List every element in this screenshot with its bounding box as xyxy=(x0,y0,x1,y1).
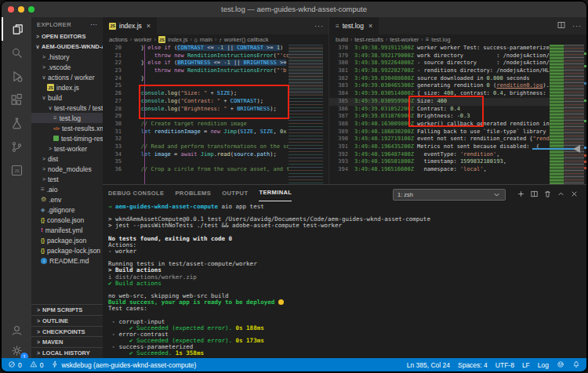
close-tab-icon[interactable]: × xyxy=(147,22,151,30)
section-label: CHECKPOINTS xyxy=(42,328,85,335)
text-segment: RenditionInstructionsError xyxy=(187,67,274,74)
tree-item-actions-worker[interactable]: ∨actions / worker xyxy=(31,72,103,82)
tree-item-test[interactable]: >test xyxy=(31,174,103,184)
close-tab-icon[interactable]: × xyxy=(368,22,372,30)
text-segment: renditionImage xyxy=(154,129,201,135)
search-icon[interactable] xyxy=(2,41,31,64)
sidebar-section-outline[interactable]: >OUTLINE xyxy=(31,315,103,326)
sidebar-section-npm-scripts[interactable]: >NPM SCRIPTS xyxy=(31,304,103,315)
tree-item-test-worker[interactable]: >test-worker xyxy=(31,143,103,154)
text-segment: if xyxy=(164,60,170,66)
text-segment: , xyxy=(274,129,280,135)
split-editor-icon[interactable] xyxy=(557,19,566,33)
timestamp: 3:49:39.030465300Z xyxy=(354,82,417,89)
tree-item-test-log[interactable]: ≡test.log xyxy=(31,113,103,123)
ruler-mark xyxy=(584,100,586,102)
breadcrumb-item[interactable]: main xyxy=(200,36,212,43)
tree-item--aio[interactable]: ≡.aio xyxy=(31,184,103,194)
terminal-line: Build success, your app is ready to be d… xyxy=(108,299,583,306)
status-item-0[interactable]: 0 xyxy=(30,360,44,370)
run-debug-icon[interactable] xyxy=(2,64,31,88)
sidebar-sections: >NPM SCRIPTS>OUTLINE>CHECKPOINTS>MAVEN>L… xyxy=(31,304,103,358)
tree-item-readme-md[interactable]: iREADME.md xyxy=(31,255,103,266)
sidebar-section-checkpoints[interactable]: >CHECKPOINTS xyxy=(31,326,103,337)
text-segment: || xyxy=(223,45,237,51)
panel-tab-terminal[interactable]: TERMINAL xyxy=(259,185,292,201)
status-item-ln-385[interactable]: Ln 385, Col 24 xyxy=(407,361,450,369)
tree-item-index-js[interactable]: JSindex.js xyxy=(31,82,103,92)
status-left: 00wskdebug (aem-guides-wknd-asset-comput… xyxy=(8,360,196,370)
editor-more-actions-icon[interactable]: ··· xyxy=(314,22,324,30)
minimap-slider[interactable] xyxy=(289,46,323,95)
text-segment: timestamp: xyxy=(417,158,460,165)
sidebar-section-local-history[interactable]: >LOCAL HISTORY xyxy=(31,347,103,358)
explorer-more-actions-icon[interactable]: ··· xyxy=(90,20,97,28)
extensions-icon[interactable] xyxy=(2,88,31,111)
text-segment xyxy=(128,151,141,158)
breadcrumb-item[interactable]: test-results xyxy=(354,36,383,43)
open-editors-header[interactable]: >OPEN EDITORS xyxy=(31,31,103,42)
status-item-spaces-4[interactable]: Spaces: 4 xyxy=(458,361,488,369)
tree-item--vscode[interactable]: >.vscode xyxy=(31,62,103,72)
tree-item-package-lock-json[interactable]: {}package-lock.json xyxy=(31,245,103,255)
breadcrumb-item[interactable]: build xyxy=(336,36,348,43)
breadcrumb-item[interactable]: worker xyxy=(134,36,152,43)
breadcrumb-item[interactable]: worker() callback xyxy=(224,36,269,43)
explorer-icon[interactable] xyxy=(2,17,31,41)
terminal-shell-select[interactable]: 1: zsh xyxy=(393,189,506,201)
breadcrumb-item[interactable]: actions xyxy=(109,36,128,43)
js-extension-icon[interactable]: JS xyxy=(2,158,31,182)
status-item-feedback[interactable] xyxy=(557,360,564,370)
line-text: 3:49:38.992179000Z work directory : /nod… xyxy=(354,53,556,60)
status-item-wskdebug-aem-guides-wknd-asset-compute-[interactable]: wskdebug (aem-guides-wknd-asset-compute) xyxy=(51,360,196,370)
tree-item-build[interactable]: ∨build xyxy=(31,92,103,103)
tab-index-js[interactable]: JS index.js × xyxy=(103,17,157,34)
panel-tab-problems[interactable]: PROBLEMS xyxy=(175,185,211,201)
text-segment: = xyxy=(171,151,181,158)
breadcrumb-item[interactable]: test.log xyxy=(431,36,450,43)
test-flask-icon[interactable] xyxy=(2,111,31,135)
source-control-icon[interactable] xyxy=(2,135,31,158)
breadcrumb-item[interactable]: index.js xyxy=(168,36,187,43)
tree-item-manifest-yml[interactable]: !manifest.yml xyxy=(31,225,103,235)
workspace-root[interactable]: ∨AEM-GUIDES-WKND-ASS... xyxy=(31,42,103,52)
status-label: wskdebug (aem-guides-wknd-asset-compute) xyxy=(61,361,196,369)
status-item-bell[interactable] xyxy=(572,360,580,370)
split-terminal-icon[interactable] xyxy=(530,187,539,201)
tree-item--env[interactable]: ⚙.env xyxy=(31,194,103,205)
tree-item-test-results-xml[interactable]: </>test-results.xml xyxy=(31,123,103,133)
status-item-lf[interactable]: LF xyxy=(522,361,530,369)
tab-test-log[interactable]: ≡ test.log × xyxy=(329,17,379,34)
panel-tab-output[interactable]: OUTPUT xyxy=(222,185,248,201)
kill-terminal-icon[interactable] xyxy=(543,187,552,201)
log-line: 3893:49:40.186830200Z Falling back to us… xyxy=(329,129,586,136)
tree-item-dist[interactable]: >dist xyxy=(31,154,103,164)
log-viewer-test-log[interactable]: 3783:49:38.991911500Z worker worker Test… xyxy=(329,45,586,184)
new-terminal-icon[interactable] xyxy=(517,187,525,201)
tree-item-console-json[interactable]: {}console.json xyxy=(31,215,103,225)
tree-item-test-timing-results-[interactable]: test-timing-results... xyxy=(31,133,103,143)
sidebar-section-maven[interactable]: >MAVEN xyxy=(31,336,103,347)
terminal-output[interactable]: → aem-guides-wknd-asset-compute aio app … xyxy=(108,204,583,357)
breadcrumb-item[interactable]: test-worker xyxy=(390,36,419,43)
tree-item-node-modules[interactable]: >node_modules xyxy=(31,164,103,174)
text-segment xyxy=(128,143,141,150)
editor-more-actions-icon[interactable]: ··· xyxy=(572,22,582,30)
warning-icon xyxy=(30,360,38,370)
panel-tab-debug-console[interactable]: DEBUG CONSOLE xyxy=(108,185,164,201)
maximize-panel-icon[interactable] xyxy=(557,187,565,201)
status-item-log[interactable]: Log xyxy=(538,361,549,369)
line-number: 379 xyxy=(329,53,354,60)
code-editor-index-js[interactable]: 20 } else if (CONTRAST <= -1 || CONTRAST… xyxy=(103,45,328,184)
text-segment: ( xyxy=(171,60,177,66)
status-item-utf-8[interactable]: UTF-8 xyxy=(495,361,514,369)
ruler-mark xyxy=(584,154,586,157)
tree-item-test-results-test-w-[interactable]: ∨test-results / test-w... xyxy=(31,103,103,113)
text-segment: new xyxy=(174,67,184,74)
close-panel-icon[interactable] xyxy=(570,187,579,201)
tree-item--gitignore[interactable]: ◆.gitignore xyxy=(31,205,103,215)
status-item-0[interactable]: 0 xyxy=(8,360,22,370)
tree-item-package-json[interactable]: {}package.json xyxy=(31,235,103,245)
minimap-right[interactable] xyxy=(564,45,584,184)
tree-item--history[interactable]: >.history xyxy=(31,52,103,62)
